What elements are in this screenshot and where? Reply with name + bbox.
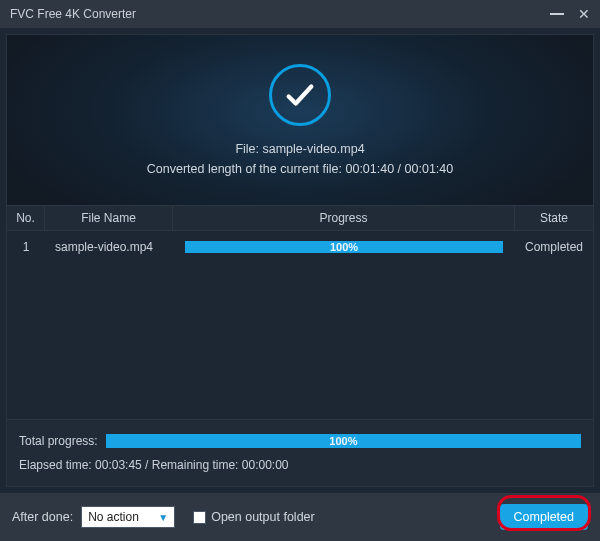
open-folder-label: Open output folder [211,510,315,524]
completed-button-label: Completed [514,510,574,524]
total-progress-label: Total progress: [19,434,98,448]
hero-file-line: File: sample-video.mp4 [235,142,364,156]
row-state: Completed [515,231,593,263]
close-icon[interactable]: ✕ [578,7,590,21]
chevron-down-icon: ▼ [158,512,168,523]
summary-panel: Total progress: 100% Elapsed time: 00:03… [7,419,593,486]
col-header-state: State [515,206,593,230]
after-done-select[interactable]: No action ▼ [81,506,175,528]
minimize-icon[interactable] [550,13,564,15]
col-header-no: No. [7,206,45,230]
table-header: No. File Name Progress State [7,205,593,231]
content-area: File: sample-video.mp4 Converted length … [6,34,594,487]
footer-left: After done: No action ▼ Open output fold… [12,506,315,528]
table-body: 1 sample-video.mp4 100% Completed [7,231,593,419]
row-progress-label: 100% [330,241,358,253]
total-progress-value: 100% [329,435,357,447]
checkbox-icon [193,511,206,524]
titlebar: FVC Free 4K Converter ✕ [0,0,600,28]
after-done-label: After done: [12,510,73,524]
col-header-progress: Progress [173,206,515,230]
total-progress-track: 100% [106,434,581,448]
after-done-value: No action [88,510,139,524]
timing-line: Elapsed time: 00:03:45 / Remaining time:… [19,458,581,472]
status-hero: File: sample-video.mp4 Converted length … [7,35,593,205]
row-progress-cell: 100% [173,231,515,263]
table-row: 1 sample-video.mp4 100% Completed [7,231,593,263]
total-progress-line: Total progress: 100% [19,434,581,448]
completed-button[interactable]: Completed [500,504,588,530]
open-folder-checkbox[interactable]: Open output folder [193,510,315,524]
window-title: FVC Free 4K Converter [10,7,136,21]
row-filename: sample-video.mp4 [45,231,173,263]
window-controls: ✕ [550,7,590,21]
app-window: FVC Free 4K Converter ✕ File: sample-vid… [0,0,600,541]
footer-bar: After done: No action ▼ Open output fold… [0,493,600,541]
col-header-name: File Name [45,206,173,230]
row-number: 1 [7,231,45,263]
hero-converted-line: Converted length of the current file: 00… [147,162,453,176]
row-progress-track: 100% [185,241,503,253]
checkmark-circle-icon [269,64,331,126]
